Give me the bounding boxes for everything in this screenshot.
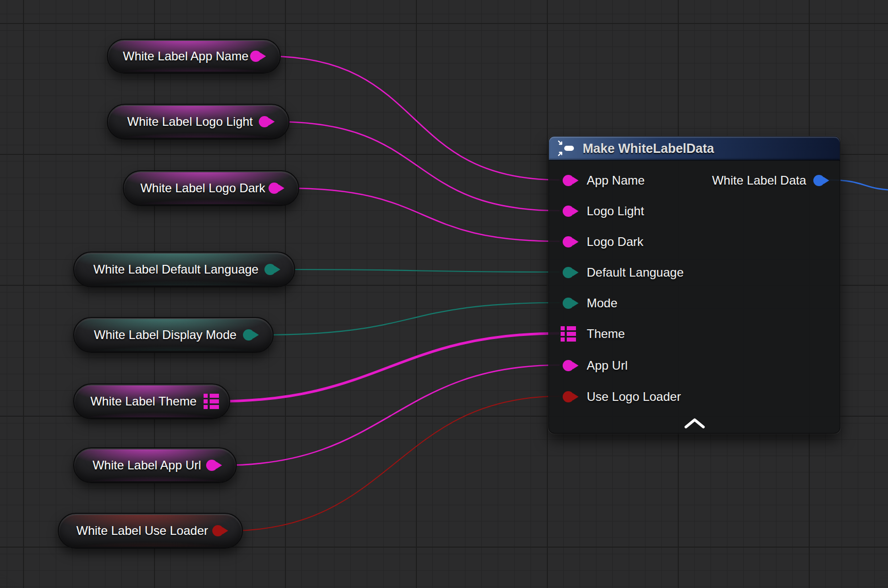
wire[interactable] <box>282 269 560 272</box>
pin-label: Theme <box>587 328 625 340</box>
input-pin-enum[interactable] <box>563 267 574 278</box>
node-get-white-label-app-url[interactable]: White Label App Url <box>73 447 237 483</box>
wire[interactable] <box>260 303 560 335</box>
output-pin-row-white-label-data[interactable]: White Label Data <box>712 174 825 187</box>
input-pin-row-logo-dark[interactable]: Logo Dark <box>563 236 643 248</box>
output-pin-struct[interactable] <box>813 175 825 186</box>
node-get-white-label-display-mode[interactable]: White Label Display Mode <box>73 317 274 353</box>
pin-label: Use Logo Loader <box>587 391 681 403</box>
wire[interactable] <box>268 56 560 180</box>
input-pin-row-mode[interactable]: Mode <box>563 297 617 309</box>
node-title: White Label Logo Light <box>127 116 253 128</box>
input-pin-string[interactable] <box>563 360 574 371</box>
node-title: White Label App Name <box>123 50 248 62</box>
struct-pin-icon[interactable] <box>561 326 576 342</box>
node-get-white-label-logo-light[interactable]: White Label Logo Light <box>107 104 290 140</box>
pin-label: App Name <box>587 174 645 187</box>
input-pin-row-logo-light[interactable]: Logo Light <box>563 205 644 217</box>
node-title: Make WhiteLabelData <box>583 142 714 155</box>
node-title: White Label App Url <box>93 459 201 471</box>
input-pin-string[interactable] <box>563 206 574 217</box>
node-title: White Label Use Loader <box>76 525 208 537</box>
node-get-white-label-theme[interactable]: White Label Theme <box>73 383 230 419</box>
struct-pin-icon[interactable] <box>204 394 219 409</box>
node-header[interactable]: Make WhiteLabelData <box>549 137 840 161</box>
input-pin-row-app-name[interactable]: App Name <box>563 174 645 187</box>
input-pin-string[interactable] <box>563 236 574 247</box>
output-pin-enum[interactable] <box>243 329 254 341</box>
make-struct-icon <box>557 140 576 156</box>
node-title: White Label Default Language <box>94 263 259 276</box>
node-get-white-label-use-loader[interactable]: White Label Use Loader <box>58 513 243 549</box>
pin-label: App Url <box>587 359 628 372</box>
input-pin-string[interactable] <box>563 175 574 186</box>
graph-canvas[interactable]: { "getters": [ {"label": "White Label Ap… <box>0 0 888 588</box>
input-pin-row-default-language[interactable]: Default Language <box>563 266 684 279</box>
wire[interactable] <box>230 396 560 531</box>
output-pin-enum[interactable] <box>264 264 276 275</box>
output-pin-string[interactable] <box>250 51 261 62</box>
wire[interactable] <box>276 122 560 211</box>
pin-label: White Label Data <box>712 174 806 187</box>
output-pin-string[interactable] <box>206 460 217 471</box>
wire[interactable] <box>286 188 560 241</box>
node-title: White Label Theme <box>91 395 197 408</box>
collapse-node-button[interactable] <box>680 416 709 431</box>
node-get-white-label-default-language[interactable]: White Label Default Language <box>73 252 295 287</box>
output-pin-string[interactable] <box>269 183 280 194</box>
input-pin-row-use-logo-loader[interactable]: Use Logo Loader <box>563 391 681 403</box>
node-make-whitelabeldata[interactable]: Make WhiteLabelData App Name Logo Light … <box>548 136 840 434</box>
pin-label: Default Language <box>587 266 684 279</box>
input-pin-row-theme[interactable]: Theme <box>563 326 625 342</box>
node-title: White Label Logo Dark <box>140 182 265 194</box>
input-pin-row-app-url[interactable]: App Url <box>563 359 628 372</box>
input-pin-enum[interactable] <box>563 298 574 309</box>
output-pin-string[interactable] <box>259 116 270 127</box>
pin-label: Logo Light <box>587 205 644 217</box>
node-get-white-label-app-name[interactable]: White Label App Name <box>107 39 281 74</box>
pin-label: Mode <box>587 297 617 309</box>
wire[interactable] <box>224 365 560 465</box>
node-title: White Label Display Mode <box>94 329 237 341</box>
node-get-white-label-logo-dark[interactable]: White Label Logo Dark <box>123 170 299 206</box>
chevron-up-icon <box>683 418 706 429</box>
output-pin-bool[interactable] <box>212 525 224 536</box>
input-pin-bool[interactable] <box>563 391 574 402</box>
pin-label: Logo Dark <box>587 236 643 248</box>
